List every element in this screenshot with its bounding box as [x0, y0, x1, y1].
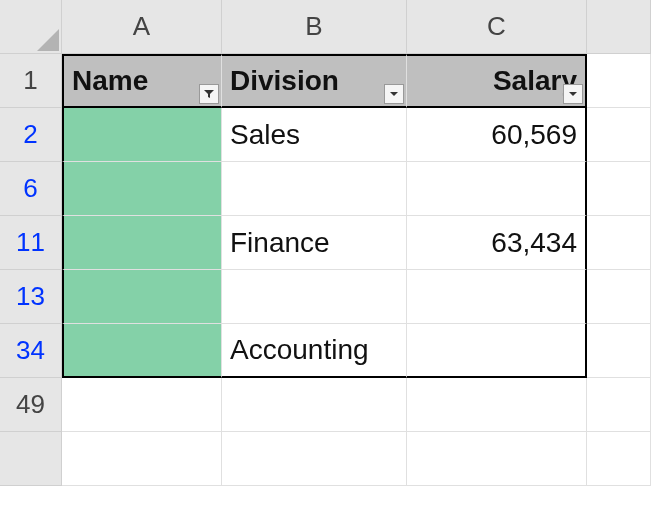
cell-salary[interactable]: [407, 162, 587, 216]
cell-empty[interactable]: [587, 216, 651, 270]
row-header[interactable]: 2: [0, 108, 62, 162]
header-name[interactable]: Name: [62, 54, 222, 108]
filter-button-division[interactable]: [384, 84, 404, 104]
cell-division[interactable]: [222, 270, 407, 324]
chevron-down-icon: [567, 88, 579, 100]
spreadsheet-grid[interactable]: A B C 1 Name Division Salary 2 Sales 60,…: [0, 0, 651, 486]
chevron-down-icon: [388, 88, 400, 100]
cell-salary[interactable]: 63,434: [407, 216, 587, 270]
row-header[interactable]: 6: [0, 162, 62, 216]
funnel-icon: [203, 88, 215, 100]
row-header[interactable]: 1: [0, 54, 62, 108]
row-header[interactable]: 49: [0, 378, 62, 432]
cell-empty[interactable]: [587, 108, 651, 162]
header-division[interactable]: Division: [222, 54, 407, 108]
select-all-corner[interactable]: [0, 0, 62, 54]
filter-button-salary[interactable]: [563, 84, 583, 104]
cell-division[interactable]: Finance: [222, 216, 407, 270]
cell-empty[interactable]: [407, 378, 587, 432]
cell-empty[interactable]: [222, 378, 407, 432]
row-header[interactable]: 13: [0, 270, 62, 324]
cell-empty[interactable]: [587, 324, 651, 378]
cell-name[interactable]: [62, 108, 222, 162]
cell-salary[interactable]: [407, 324, 587, 378]
row-header[interactable]: 34: [0, 324, 62, 378]
cell-empty[interactable]: [587, 432, 651, 486]
col-header-C[interactable]: C: [407, 0, 587, 54]
cell-empty[interactable]: [62, 432, 222, 486]
cell-division[interactable]: Sales: [222, 108, 407, 162]
cell-name[interactable]: [62, 324, 222, 378]
cell-salary[interactable]: [407, 270, 587, 324]
row-header[interactable]: [0, 432, 62, 486]
cell-name[interactable]: [62, 162, 222, 216]
col-header-D[interactable]: [587, 0, 651, 54]
col-header-A[interactable]: A: [62, 0, 222, 54]
cell-name[interactable]: [62, 216, 222, 270]
cell-empty[interactable]: [587, 378, 651, 432]
header-name-label: Name: [72, 65, 148, 97]
filter-button-name[interactable]: [199, 84, 219, 104]
cell-division[interactable]: [222, 162, 407, 216]
cell-name[interactable]: [62, 270, 222, 324]
cell-salary[interactable]: 60,569: [407, 108, 587, 162]
cell-empty[interactable]: [407, 432, 587, 486]
row-header[interactable]: 11: [0, 216, 62, 270]
header-division-label: Division: [230, 65, 339, 97]
cell-empty[interactable]: [587, 162, 651, 216]
header-salary[interactable]: Salary: [407, 54, 587, 108]
cell-empty[interactable]: [222, 432, 407, 486]
cell-division[interactable]: Accounting: [222, 324, 407, 378]
col-header-B[interactable]: B: [222, 0, 407, 54]
cell-empty[interactable]: [587, 270, 651, 324]
cell-empty[interactable]: [62, 378, 222, 432]
cell-empty[interactable]: [587, 54, 651, 108]
